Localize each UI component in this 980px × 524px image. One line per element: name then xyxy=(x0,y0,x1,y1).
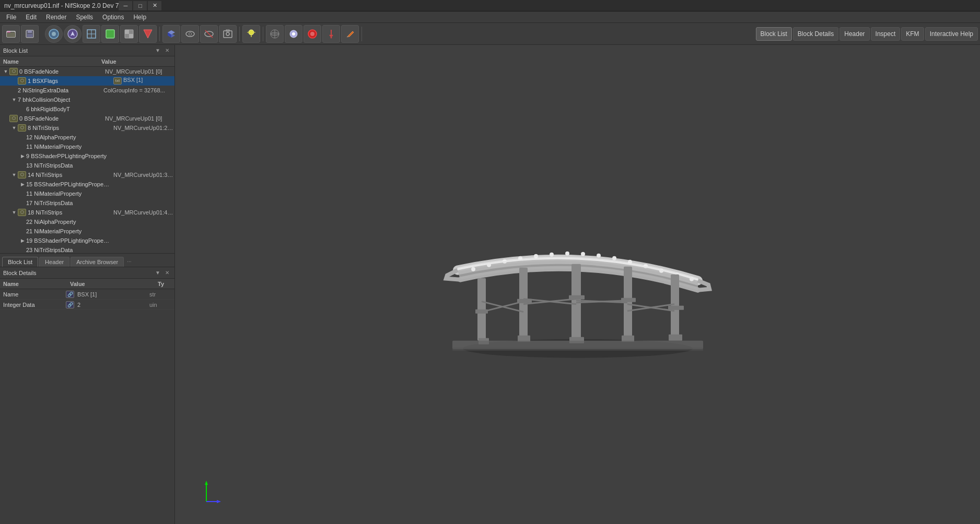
svg-point-50 xyxy=(581,252,585,256)
pencil-button[interactable] xyxy=(341,25,359,43)
node-icon: ⬡ xyxy=(9,68,18,75)
nav-button[interactable] xyxy=(45,25,63,43)
tree-row[interactable]: ⬡1 BSXFlagstxtBSX [1] xyxy=(0,76,174,86)
tree-toggle xyxy=(19,142,26,151)
tab-header[interactable]: Header xyxy=(39,257,69,267)
tree-row[interactable]: 17 NiTriStripsData xyxy=(0,198,174,208)
tree-row[interactable]: 6 bhkRigidBodyT xyxy=(0,104,174,114)
menu-item-spells[interactable]: Spells xyxy=(72,13,97,22)
toolbar: Block List Block Details Header Inspect … xyxy=(0,23,980,45)
light2-button[interactable] xyxy=(242,25,260,43)
open-button[interactable] xyxy=(2,25,20,43)
maximize-button[interactable]: □ xyxy=(133,1,147,10)
grid-button[interactable] xyxy=(266,25,284,43)
tree-row[interactable]: 13 NiTriStripsData xyxy=(0,161,174,170)
svg-marker-86 xyxy=(217,500,221,503)
tree-toggle xyxy=(19,189,26,198)
transform-button[interactable] xyxy=(285,25,302,43)
tree-toggle xyxy=(19,245,26,254)
menu-item-file[interactable]: File xyxy=(2,13,20,22)
tree-row[interactable]: ▼⬡14 NiTriStripsNV_MRCurveUp01:3 [5] xyxy=(0,170,174,180)
light-button[interactable] xyxy=(139,25,157,43)
tree-toggle[interactable]: ▼ xyxy=(10,95,18,104)
svg-rect-5 xyxy=(27,34,32,37)
details-collapse-btn[interactable]: ▼ xyxy=(154,269,162,277)
tab-bar: Block List Header Archive Browser ... xyxy=(0,254,174,267)
svg-point-40 xyxy=(310,32,314,36)
tree-row[interactable]: ▶9 BSShaderPPLightingProperty xyxy=(0,151,174,161)
menu-item-options[interactable]: Options xyxy=(98,13,128,22)
tree-row[interactable]: 11 NiMaterialProperty xyxy=(0,189,174,198)
block-list-title: Block List xyxy=(3,47,28,54)
tree-toggle[interactable]: ▼ xyxy=(2,67,9,76)
svg-point-29 xyxy=(249,30,254,35)
screenshot-button[interactable] xyxy=(219,25,237,43)
tree-toggle[interactable]: ▶ xyxy=(19,151,26,161)
tree-row[interactable]: 12 NiAlphaProperty xyxy=(0,133,174,142)
tree-row[interactable]: ⬡0 BSFadeNodeNV_MRCurveUp01 [0] xyxy=(0,114,174,123)
tree-row[interactable]: 21 NiMaterialProperty xyxy=(0,227,174,236)
interactive-help-toolbar-btn[interactable]: Interactive Help xyxy=(925,27,978,41)
tree-row[interactable]: 23 NiTriStripsData xyxy=(0,245,174,253)
panel-close-btn[interactable]: ✕ xyxy=(163,46,171,55)
tab-archive-browser[interactable]: Archive Browser xyxy=(71,257,124,267)
block-list-toolbar-btn[interactable]: Block List xyxy=(756,27,792,41)
tree-value: NV_MRCurveUp01:4 [6] xyxy=(111,209,174,216)
cube-button[interactable] xyxy=(162,25,180,43)
tree-row[interactable]: ▶15 BSShaderPPLightingProperty xyxy=(0,180,174,189)
details-close-btn[interactable]: ✕ xyxy=(163,269,171,277)
details-row[interactable]: Name🔗BSX [1]str xyxy=(0,289,174,300)
bridge-svg xyxy=(431,218,724,364)
tree-row[interactable]: ▼⬡8 NiTriStripsNV_MRCurveUp01:2 [4] xyxy=(0,123,174,133)
block-details-controls: ▼ ✕ xyxy=(154,269,171,277)
svg-point-27 xyxy=(226,32,229,35)
red-button[interactable] xyxy=(304,25,321,43)
titlebar: nv_mrcurveup01.nif - NifSkope 2.0 Dev 7 … xyxy=(0,0,980,11)
tree-toggle[interactable]: ▼ xyxy=(10,170,18,180)
tree-toggle xyxy=(19,104,26,114)
main-layout: Block List ▼ ✕ Name Value ▼⬡0 BSFadeNode… xyxy=(0,45,980,524)
textured-button[interactable] xyxy=(120,25,138,43)
titlebar-controls: ─ □ ✕ xyxy=(119,1,161,10)
select-button[interactable] xyxy=(64,25,81,43)
tree-toggle[interactable]: ▼ xyxy=(10,208,18,217)
details-row[interactable]: Integer Data🔗2uin xyxy=(0,300,174,310)
tab-block-list[interactable]: Block List xyxy=(2,257,38,267)
menu-item-edit[interactable]: Edit xyxy=(21,13,41,22)
solid-button[interactable] xyxy=(101,25,119,43)
details-row-value: 🔗BSX [1] xyxy=(66,291,149,298)
tree-label: 11 NiMaterialProperty xyxy=(26,190,110,197)
tree-toggle[interactable]: ▶ xyxy=(19,236,26,245)
wireframe-button[interactable] xyxy=(83,25,100,43)
eye-button[interactable] xyxy=(181,25,199,43)
panel-collapse-btn[interactable]: ▼ xyxy=(154,46,162,55)
menu-item-help[interactable]: Help xyxy=(129,13,150,22)
tree-row[interactable]: 2 NiStringExtraDataColGroupInfo = 32768.… xyxy=(0,86,174,95)
viewport[interactable] xyxy=(175,45,980,524)
tree-row[interactable]: 22 NiAlphaProperty xyxy=(0,217,174,227)
marker-button[interactable] xyxy=(322,25,340,43)
close-button[interactable]: ✕ xyxy=(148,1,161,10)
block-list-section: Block List ▼ ✕ Name Value ▼⬡0 BSFadeNode… xyxy=(0,45,174,254)
col-name-header: Name xyxy=(3,58,97,65)
tree-row[interactable]: 11 NiMaterialProperty xyxy=(0,142,174,151)
tree-row[interactable]: ▼7 bhkCollisionObject xyxy=(0,95,174,104)
col-value-header: Value xyxy=(101,58,171,65)
block-details-toolbar-btn[interactable]: Block Details xyxy=(793,27,838,41)
tree-toggle[interactable]: ▶ xyxy=(19,180,26,189)
tree-row[interactable]: ▼⬡0 BSFadeNodeNV_MRCurveUp01 [0] xyxy=(0,67,174,76)
tree-row[interactable]: ▼⬡18 NiTriStripsNV_MRCurveUp01:4 [6] xyxy=(0,208,174,217)
header-toolbar-btn[interactable]: Header xyxy=(839,27,869,41)
tab-overflow: ... xyxy=(125,257,133,263)
inspect-toolbar-btn[interactable]: Inspect xyxy=(871,27,901,41)
svg-point-7 xyxy=(52,32,56,36)
eye2-button[interactable] xyxy=(200,25,218,43)
minimize-button[interactable]: ─ xyxy=(119,1,132,10)
tree-toggle[interactable]: ▼ xyxy=(10,123,18,133)
save-button[interactable] xyxy=(21,25,39,43)
menu-item-render[interactable]: Render xyxy=(42,13,71,22)
tree-toggle xyxy=(19,217,26,227)
tree-row[interactable]: ▶19 BSShaderPPLightingProperty xyxy=(0,236,174,245)
kfm-toolbar-btn[interactable]: KFM xyxy=(901,27,924,41)
block-list-tree[interactable]: ▼⬡0 BSFadeNodeNV_MRCurveUp01 [0]⬡1 BSXFl… xyxy=(0,67,174,253)
